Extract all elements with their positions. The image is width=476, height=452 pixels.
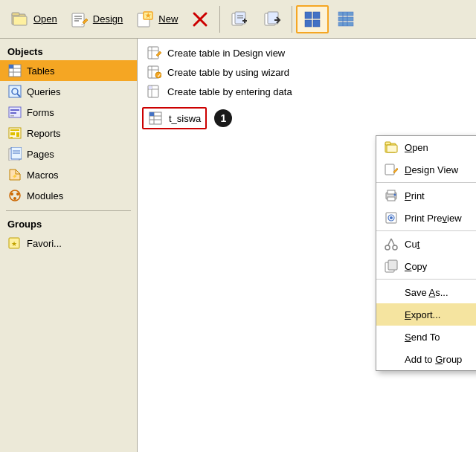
cm-send-to[interactable]: Send To ► (376, 326, 476, 348)
open-label: Open (33, 13, 57, 25)
t-siswa-icon (148, 111, 163, 126)
create-design-view[interactable]: Create table in Design view (142, 43, 472, 62)
cm-export[interactable]: Export... ↖ 2 (376, 303, 476, 326)
sidebar: Objects Tables (0, 39, 138, 452)
sidebar-item-tables[interactable]: Tables (0, 60, 137, 81)
modules-icon (7, 188, 22, 203)
svg-rect-69 (149, 86, 152, 89)
svg-rect-21 (305, 12, 312, 19)
cm-design-view[interactable]: Design View (376, 158, 476, 181)
groups-title: Groups (0, 216, 137, 233)
sidebar-item-favorites[interactable]: ★ Favori... (0, 233, 137, 254)
sidebar-item-macros[interactable]: ⚡ Macros (0, 164, 137, 185)
svg-point-86 (385, 245, 390, 250)
cm-add-group-label: Add to Group (405, 354, 476, 365)
context-menu: Open Design View (376, 135, 476, 371)
delete-button[interactable] (184, 6, 216, 33)
cm-send-icon (384, 329, 399, 344)
sidebar-label-queries: Queries (27, 86, 61, 97)
svg-point-55 (13, 197, 16, 200)
cm-print-label: Print (405, 190, 476, 201)
svg-point-82 (394, 194, 396, 196)
main-area: Objects Tables (0, 39, 476, 452)
content-panel: Create table in Design view ✓ Create tab… (138, 39, 476, 452)
sidebar-label-macros: Macros (27, 170, 59, 181)
svg-point-85 (390, 216, 393, 219)
sidebar-label-pages: Pages (27, 149, 54, 160)
grid-view-button[interactable] (296, 5, 329, 33)
svg-rect-58 (148, 47, 158, 59)
svg-rect-44 (10, 132, 15, 135)
sidebar-label-reports: Reports (27, 128, 61, 139)
cm-cut[interactable]: Cut (376, 233, 476, 255)
create-wizard-icon: ✓ (147, 65, 161, 80)
create-entering-data[interactable]: Create table by entering data (142, 82, 472, 101)
t-siswa-item[interactable]: t_siswa (142, 107, 207, 129)
new-label: New (158, 13, 178, 25)
list-view-icon (335, 9, 356, 30)
svg-point-53 (10, 193, 13, 196)
svg-text:⚡: ⚡ (12, 173, 18, 179)
svg-text:✓: ✓ (157, 73, 161, 78)
favorites-icon: ★ (7, 236, 22, 251)
svg-rect-27 (338, 22, 353, 26)
forms-icon (7, 105, 22, 120)
sidebar-item-reports[interactable]: Reports (0, 123, 137, 143)
svg-rect-77 (387, 145, 397, 152)
svg-rect-3 (72, 13, 84, 27)
svg-rect-74 (149, 112, 154, 116)
sidebar-item-queries[interactable]: Queries (0, 81, 137, 102)
tables-icon (7, 63, 22, 78)
delete-icon (190, 9, 210, 30)
list-view-button[interactable] (330, 6, 361, 33)
create-wizard[interactable]: ✓ Create table by using wizard (142, 62, 472, 82)
btn5-icon (262, 9, 283, 30)
cm-design-label: Design View (405, 164, 476, 175)
svg-rect-40 (10, 112, 16, 114)
svg-rect-43 (10, 129, 19, 131)
cm-cut-label: Cut (405, 239, 476, 250)
create-entering-icon (147, 84, 161, 99)
svg-rect-2 (13, 16, 27, 25)
toolbar: Open Design ★ New (0, 0, 476, 39)
sidebar-item-pages[interactable]: Pages (0, 143, 137, 164)
svg-rect-41 (10, 115, 14, 117)
design-label: Design (93, 13, 123, 25)
sidebar-label-favorites: Favori... (27, 238, 62, 249)
sidebar-item-forms[interactable]: Forms (0, 102, 137, 123)
cm-open[interactable]: Open (376, 136, 476, 158)
cm-save-as[interactable]: Save As... (376, 281, 476, 303)
cm-print-preview[interactable]: Print Preview (376, 207, 476, 229)
cm-sep-2 (376, 230, 476, 231)
svg-line-89 (391, 239, 395, 246)
macros-icon: ⚡ (7, 167, 22, 182)
design-button[interactable]: Design (64, 6, 128, 33)
pages-icon (7, 146, 22, 161)
cm-save-icon (384, 285, 399, 300)
objects-title: Objects (0, 43, 137, 60)
open-icon (10, 9, 30, 30)
cm-add-to-group[interactable]: Add to Group (376, 348, 476, 370)
svg-rect-1 (12, 13, 19, 16)
open-button[interactable]: Open (4, 6, 62, 33)
svg-rect-81 (387, 197, 395, 201)
cm-print[interactable]: Print (376, 184, 476, 207)
svg-rect-22 (313, 12, 320, 19)
btn5-button[interactable] (257, 6, 288, 33)
cm-open-label: Open (405, 142, 476, 153)
sidebar-item-modules[interactable]: Modules (0, 185, 137, 206)
cm-copy[interactable]: Copy (376, 255, 476, 277)
svg-point-54 (16, 193, 19, 196)
svg-rect-46 (10, 137, 13, 138)
cm-sep-3 (376, 279, 476, 280)
btn4-button[interactable] (224, 6, 255, 33)
reports-icon (7, 126, 22, 141)
cm-export-icon (384, 307, 399, 322)
create-design-icon (147, 45, 161, 60)
new-button[interactable]: ★ New (129, 6, 183, 33)
cm-export-label: Export... (405, 309, 476, 320)
sidebar-label-modules: Modules (27, 190, 63, 201)
t-siswa-label: t_siswa (169, 113, 201, 124)
cm-copy-label: Copy (405, 261, 476, 272)
svg-line-88 (388, 239, 392, 246)
